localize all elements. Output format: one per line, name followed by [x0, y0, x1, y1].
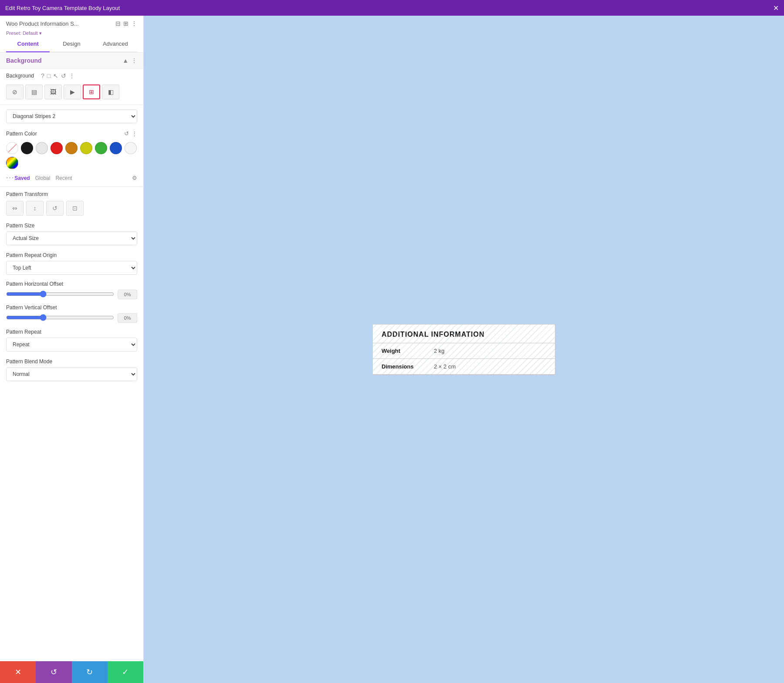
- pattern-repeat-origin-row: Pattern Repeat Origin Top Left Top Cente…: [0, 249, 143, 278]
- pattern-v-offset-row: Pattern Vertical Offset 0%: [0, 302, 143, 325]
- pattern-color-label-row: Pattern Color ↺ ⋮: [6, 130, 137, 137]
- bg-type-slideshow[interactable]: ◧: [102, 85, 119, 99]
- pattern-repeat-label: Pattern Repeat: [6, 329, 137, 335]
- preset-label[interactable]: Preset: Default ▾: [6, 30, 137, 36]
- bg-type-row: ⊘ ▤ 🖼 ▶ ⊞ ◧: [0, 83, 143, 104]
- section-background-header: Background ▲ ⋮: [0, 53, 143, 69]
- more-bg-icon[interactable]: ⋮: [69, 72, 75, 79]
- more-icon[interactable]: ⋮: [131, 20, 137, 27]
- background-label: Background: [6, 73, 34, 79]
- pattern-select-row: Diagonal Stripes 1 Diagonal Stripes 2 Do…: [0, 106, 143, 127]
- reset-color-icon[interactable]: ↺: [124, 130, 129, 137]
- title-bar-left: Edit Retro Toy Camera Template Body Layo…: [5, 5, 120, 11]
- table-row-dimensions: Dimensions 2 × 2 cm: [373, 358, 555, 375]
- pattern-repeat-origin-select[interactable]: Top Left Top Center Top Right Center Lef…: [6, 261, 137, 275]
- save-button[interactable]: ✓: [108, 661, 143, 683]
- pattern-color-label: Pattern Color: [6, 131, 37, 137]
- close-button[interactable]: ✕: [773, 4, 779, 12]
- redo-button[interactable]: ↻: [72, 661, 108, 683]
- background-icons: ? □ ↖ ↺ ⋮: [41, 72, 75, 79]
- cancel-button[interactable]: ✕: [0, 661, 36, 683]
- section-more-icon[interactable]: ⋮: [131, 57, 137, 64]
- swatch-white[interactable]: [36, 142, 48, 154]
- swatch-yellow[interactable]: [80, 142, 92, 154]
- bg-type-pattern[interactable]: ⊞: [83, 85, 100, 99]
- pattern-size-row: Pattern Size Actual Size Custom Cover Co…: [0, 219, 143, 249]
- color-tab-recent[interactable]: Recent: [55, 175, 72, 181]
- pattern-size-label: Pattern Size: [6, 223, 137, 229]
- pattern-size-select[interactable]: Actual Size Custom Cover Contain: [6, 231, 137, 245]
- color-icons: ↺ ⋮: [124, 130, 137, 137]
- h-offset-slider[interactable]: [6, 291, 114, 298]
- reset-bg-icon[interactable]: ↺: [61, 72, 66, 79]
- bg-type-none[interactable]: ⊘: [6, 85, 24, 99]
- pattern-h-offset-row: Pattern Horizontal Offset 0%: [0, 278, 143, 302]
- action-bar: ✕ ↺ ↻ ✓: [0, 661, 143, 683]
- swatch-light[interactable]: [125, 142, 137, 154]
- flip-h-btn[interactable]: ⇔: [6, 201, 24, 216]
- tab-content[interactable]: Content: [6, 36, 50, 52]
- pattern-blend-mode-select[interactable]: Normal Multiply Screen Overlay Darken Li…: [6, 367, 137, 381]
- pattern-color-section: Pattern Color ↺ ⋮: [0, 127, 143, 186]
- color-settings-icon[interactable]: ⚙: [132, 175, 137, 181]
- help-icon[interactable]: ?: [41, 72, 44, 79]
- v-offset-slider[interactable]: [6, 314, 114, 321]
- product-info-table: ADDITIONAL INFORMATION Weight 2 kg Dimen…: [372, 324, 555, 375]
- layout-icon[interactable]: ⊞: [123, 20, 128, 27]
- pointer-icon[interactable]: ↖: [53, 72, 58, 79]
- table-row-weight: Weight 2 kg: [373, 343, 555, 358]
- pattern-repeat-select[interactable]: Repeat Repeat X Repeat Y No Repeat Space…: [6, 338, 137, 352]
- main-layout: Woo Product Information S... ⊟ ⊞ ⋮ Prese…: [0, 16, 784, 683]
- more-color-icon[interactable]: ⋮: [132, 130, 137, 137]
- swatch-none[interactable]: [6, 142, 18, 154]
- divider-1: [0, 105, 143, 105]
- swatch-green[interactable]: [95, 142, 107, 154]
- dimensions-key: Dimensions: [382, 363, 434, 370]
- transform-buttons: ⇔ ↕ ↺ ⊡: [6, 201, 137, 216]
- pattern-repeat-origin-label: Pattern Repeat Origin: [6, 252, 137, 258]
- color-tab-global[interactable]: Global: [35, 175, 51, 181]
- divider-2: [0, 186, 143, 187]
- bg-type-image[interactable]: 🖼: [44, 85, 62, 99]
- bg-type-classic[interactable]: ▤: [25, 85, 43, 99]
- sidebar: Woo Product Information S... ⊟ ⊞ ⋮ Prese…: [0, 16, 144, 683]
- section-header-icons: ▲ ⋮: [122, 57, 137, 64]
- bg-type-video[interactable]: ▶: [64, 85, 81, 99]
- pattern-transform-row: Pattern Transform ⇔ ↕ ↺ ⊡: [0, 188, 143, 219]
- pattern-select[interactable]: Diagonal Stripes 1 Diagonal Stripes 2 Do…: [6, 109, 137, 123]
- swatch-red[interactable]: [51, 142, 63, 154]
- pattern-repeat-row: Pattern Repeat Repeat Repeat X Repeat Y …: [0, 325, 143, 355]
- v-offset-slider-container: 0%: [6, 313, 137, 323]
- sidebar-header-icons: ⊟ ⊞ ⋮: [115, 20, 137, 27]
- pattern-v-offset-label: Pattern Vertical Offset: [6, 304, 137, 311]
- weight-val: 2 kg: [434, 348, 445, 354]
- pattern-blend-mode-row: Pattern Blend Mode Normal Multiply Scree…: [0, 355, 143, 385]
- swatch-picker[interactable]: [6, 157, 18, 169]
- color-tabs: Saved Global Recent: [14, 172, 72, 183]
- swatch-black[interactable]: [21, 142, 33, 154]
- background-prop-row: Background ? □ ↖ ↺ ⋮: [0, 69, 143, 83]
- pattern-h-offset-label: Pattern Horizontal Offset: [6, 281, 137, 287]
- flip-v-btn[interactable]: ↕: [26, 201, 44, 216]
- rotate-btn[interactable]: ↺: [46, 201, 64, 216]
- swatch-orange[interactable]: [65, 142, 78, 154]
- product-table-title: ADDITIONAL INFORMATION: [373, 325, 555, 343]
- more-swatches-icon[interactable]: ···: [6, 174, 14, 182]
- weight-key: Weight: [382, 348, 434, 354]
- title-bar: Edit Retro Toy Camera Template Body Layo…: [0, 0, 784, 16]
- responsive-icon[interactable]: ⊟: [115, 20, 121, 27]
- h-offset-value: 0%: [118, 290, 137, 299]
- color-tab-saved[interactable]: Saved: [14, 175, 30, 181]
- sidebar-content: Background ▲ ⋮ Background ? □ ↖ ↺ ⋮: [0, 53, 143, 661]
- scale-btn[interactable]: ⊡: [66, 201, 84, 216]
- title-bar-title: Edit Retro Toy Camera Template Body Layo…: [5, 5, 120, 11]
- responsive-bg-icon[interactable]: □: [47, 72, 51, 79]
- undo-button[interactable]: ↺: [36, 661, 71, 683]
- swatch-blue[interactable]: [110, 142, 122, 154]
- color-swatches: [6, 140, 137, 171]
- collapse-icon[interactable]: ▲: [122, 57, 128, 64]
- tab-advanced[interactable]: Advanced: [94, 36, 137, 52]
- widget-name: Woo Product Information S...: [6, 20, 79, 27]
- tab-design[interactable]: Design: [50, 36, 93, 52]
- sidebar-header: Woo Product Information S... ⊟ ⊞ ⋮ Prese…: [0, 16, 143, 53]
